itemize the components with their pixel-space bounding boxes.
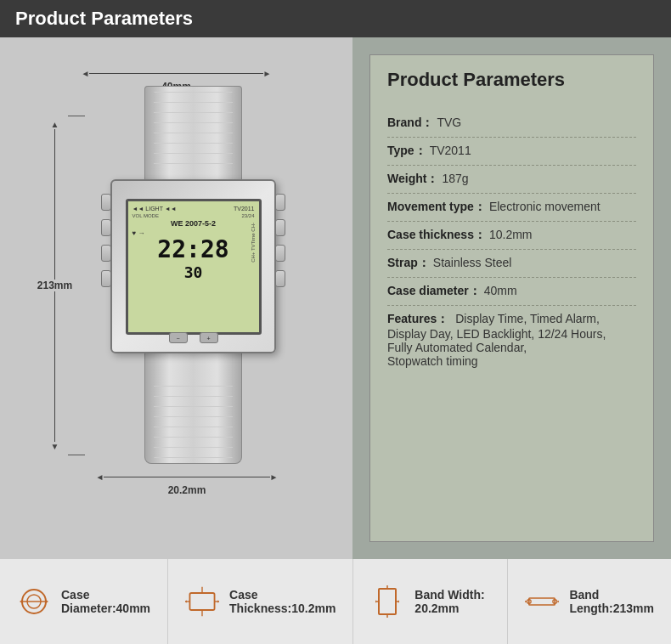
bottom-arrow-line: ◄ ►	[96, 471, 279, 483]
band-length-icon	[525, 585, 559, 619]
features-line4: Stopwatch timing	[387, 354, 636, 368]
svg-marker-3	[20, 600, 22, 603]
footer-band-length-text: Band Length:213mm	[569, 588, 654, 615]
footer-cell-diameter: Case Diameter:40mm	[0, 559, 168, 644]
left-buttons	[101, 194, 111, 287]
svg-marker-8	[185, 600, 187, 603]
footer-diameter-text: Case Diameter:40mm	[61, 588, 150, 615]
param-strap: Strap： Stainless Steel	[387, 250, 636, 278]
diameter-value: 40mm	[484, 284, 517, 299]
movement-label: Movement type：	[387, 200, 486, 215]
features-label: Features：	[387, 312, 448, 325]
thickness-value: 10.2mm	[489, 228, 533, 243]
face-date-label: WE 2007-5-2	[171, 219, 216, 228]
footer-cell-band-width: Band Width: 20.2mm	[353, 559, 508, 644]
strap-label: Strap：	[387, 256, 430, 271]
weight-label: Weight：	[387, 172, 438, 187]
side-measurement: ▲ 213mm ▼	[42, 120, 68, 451]
watch-body: ◄◄ LIGHT ◄◄ TV2011 VOL MODE 23/24 WE 200…	[83, 86, 304, 464]
top-arrow-line: ◄ ►	[82, 67, 272, 79]
footer-cell-thickness: Case Thickness:10.2mm	[168, 559, 353, 644]
page-wrapper: Product Parameters ◄ ► 40mm ▲	[0, 0, 671, 644]
svg-marker-18	[398, 600, 399, 603]
watch-face: ◄◄ LIGHT ◄◄ TV2011 VOL MODE 23/24 WE 200…	[126, 199, 262, 335]
case-diameter-icon	[17, 585, 51, 619]
face-model-label: TV2011	[234, 206, 255, 212]
type-label: Type：	[387, 144, 426, 159]
svg-rect-5	[190, 593, 215, 610]
footer: Case Diameter:40mm Case Thickness:10.2mm	[0, 559, 671, 644]
features-content: Features： Display Time, Timed Alarm,	[387, 312, 636, 327]
band-width-icon	[370, 585, 404, 619]
param-movement: Movement type： Electronic movement	[387, 194, 636, 222]
footer-band-width-text: Band Width: 20.2mm	[414, 588, 490, 615]
face-time-label: 22:28	[157, 235, 228, 263]
right-panel: Product Parameters Brand： TVG Type： TV20…	[352, 37, 671, 559]
svg-marker-17	[375, 600, 376, 603]
main-content: ◄ ► 40mm ▲ 213mm ▼	[0, 37, 671, 559]
diameter-label: Case diameter：	[387, 284, 481, 299]
svg-marker-24	[525, 600, 526, 602]
features-value: Display Time, Timed Alarm,	[455, 312, 600, 325]
footer-thickness-text: Case Thickness:10.2mm	[229, 588, 336, 615]
svg-marker-4	[46, 600, 48, 603]
brand-value: TVG	[437, 116, 461, 131]
footer-cell-band-length: Band Length:213mm	[508, 559, 671, 644]
param-type: Type： TV2011	[387, 138, 636, 166]
brand-label: Brand：	[387, 116, 433, 131]
watch-diagram: ◄ ► 40mm ▲ 213mm ▼	[32, 60, 321, 536]
header-title: Product Parameters	[15, 8, 193, 30]
face-seconds-label: 30	[184, 263, 203, 281]
case-thickness-icon	[185, 585, 219, 619]
param-thickness: Case thickness： 10.2mm	[387, 222, 636, 250]
bottom-buttons: − +	[169, 332, 218, 343]
strap-bottom	[144, 353, 242, 464]
features-line2: Display Day, LED Backlight, 12/24 Hours,	[387, 327, 636, 341]
bottom-measurement: ◄ ► 20.2mm	[96, 471, 279, 498]
side-height-label: 213mm	[37, 280, 72, 291]
strap-value: Stainless Steel	[433, 256, 512, 271]
svg-marker-25	[559, 600, 560, 602]
param-brand: Brand： TVG	[387, 110, 636, 138]
movement-value: Electronic movement	[489, 200, 601, 215]
left-panel: ◄ ► 40mm ▲ 213mm ▼	[0, 37, 352, 559]
params-box: Product Parameters Brand： TVG Type： TV20…	[369, 54, 654, 542]
right-buttons	[275, 194, 285, 287]
weight-value: 187g	[442, 172, 468, 187]
watch-case: ◄◄ LIGHT ◄◄ TV2011 VOL MODE 23/24 WE 200…	[110, 179, 276, 353]
header: Product Parameters	[0, 0, 671, 37]
strap-top	[144, 86, 242, 179]
svg-marker-9	[217, 600, 219, 603]
features-line3: Fully Automated Calendar,	[387, 341, 636, 354]
svg-rect-19	[529, 598, 555, 605]
params-title: Product Parameters	[387, 69, 636, 98]
svg-rect-12	[379, 589, 396, 614]
param-weight: Weight： 187g	[387, 166, 636, 194]
bottom-width-label: 20.2mm	[96, 484, 279, 496]
param-diameter: Case diameter： 40mm	[387, 278, 636, 306]
thickness-label: Case thickness：	[387, 228, 486, 243]
param-features: Features： Display Time, Timed Alarm, Dis…	[387, 306, 636, 374]
type-value: TV2011	[430, 144, 471, 159]
